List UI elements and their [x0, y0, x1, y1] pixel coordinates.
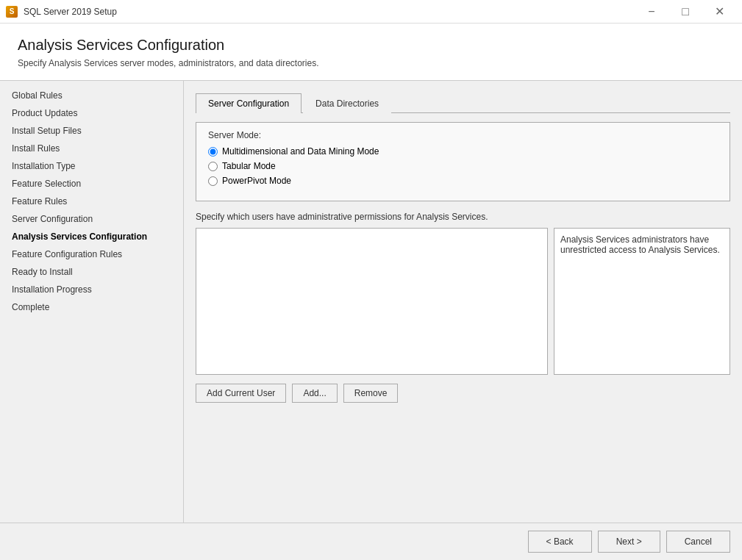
tab-bar: Server ConfigurationData Directories: [196, 93, 730, 113]
app-icon: S: [6, 6, 18, 18]
title-bar-controls: − □ ✕: [635, 0, 736, 24]
radio-tabular-label: Tabular Mode: [222, 161, 276, 171]
minimize-button[interactable]: −: [635, 0, 668, 24]
sidebar-item-ready-to-install[interactable]: Ready to Install: [0, 263, 183, 281]
main-content: Server ConfigurationData Directories Ser…: [184, 81, 742, 523]
admin-buttons: Add Current User Add... Remove: [196, 384, 730, 403]
sidebar-item-feature-selection[interactable]: Feature Selection: [0, 175, 183, 193]
admin-info-box: Analysis Services administrators have un…: [554, 228, 730, 375]
title-bar: S SQL Server 2019 Setup − □ ✕: [0, 0, 742, 24]
content-area: Global RulesProduct UpdatesInstall Setup…: [0, 81, 742, 523]
sidebar-item-server-configuration[interactable]: Server Configuration: [0, 210, 183, 228]
server-mode-legend: Server Mode:: [208, 130, 718, 140]
back-button[interactable]: < Back: [528, 531, 592, 553]
tab-server-configuration[interactable]: Server Configuration: [196, 93, 302, 113]
radio-powerpivot-input[interactable]: [208, 176, 218, 186]
main-window: Analysis Services Configuration Specify …: [0, 24, 742, 560]
footer-area: < Back Next > Cancel: [0, 523, 742, 560]
page-title: Analysis Services Configuration: [18, 37, 724, 54]
sidebar: Global RulesProduct UpdatesInstall Setup…: [0, 81, 184, 523]
radio-tabular-input[interactable]: [208, 162, 218, 171]
page-subtitle: Specify Analysis Services server modes, …: [18, 58, 724, 68]
admin-list-box[interactable]: [196, 228, 548, 375]
next-button[interactable]: Next >: [598, 531, 660, 553]
radio-multidimensional[interactable]: Multidimensional and Data Mining Mode: [208, 146, 718, 157]
radio-powerpivot-label: PowerPivot Mode: [222, 176, 291, 186]
tab-data-directories[interactable]: Data Directories: [303, 93, 391, 113]
cancel-button[interactable]: Cancel: [666, 531, 730, 553]
radio-multidimensional-label: Multidimensional and Data Mining Mode: [222, 146, 379, 157]
sidebar-item-product-updates[interactable]: Product Updates: [0, 104, 183, 122]
title-bar-text: SQL Server 2019 Setup: [24, 7, 629, 17]
admin-boxes: Analysis Services administrators have un…: [196, 228, 730, 375]
close-button[interactable]: ✕: [702, 0, 736, 24]
sidebar-item-global-rules[interactable]: Global Rules: [0, 87, 183, 104]
radio-multidimensional-input[interactable]: [208, 147, 218, 157]
radio-powerpivot[interactable]: PowerPivot Mode: [208, 176, 718, 186]
radio-tabular[interactable]: Tabular Mode: [208, 161, 718, 171]
admin-section-label: Specify which users have administrative …: [196, 212, 730, 222]
sidebar-item-analysis-services-configuration[interactable]: Analysis Services Configuration: [0, 228, 183, 245]
remove-button[interactable]: Remove: [343, 384, 399, 403]
maximize-button[interactable]: □: [668, 0, 702, 24]
header-area: Analysis Services Configuration Specify …: [0, 24, 742, 81]
sidebar-item-install-setup-files[interactable]: Install Setup Files: [0, 122, 183, 140]
sidebar-item-installation-type[interactable]: Installation Type: [0, 157, 183, 175]
sidebar-item-installation-progress[interactable]: Installation Progress: [0, 281, 183, 298]
sidebar-item-feature-configuration-rules[interactable]: Feature Configuration Rules: [0, 245, 183, 263]
sidebar-item-install-rules[interactable]: Install Rules: [0, 140, 183, 157]
add-current-user-button[interactable]: Add Current User: [196, 384, 286, 403]
add-button[interactable]: Add...: [292, 384, 337, 403]
sidebar-item-complete[interactable]: Complete: [0, 298, 183, 316]
sidebar-item-feature-rules[interactable]: Feature Rules: [0, 193, 183, 210]
server-mode-group: Server Mode: Multidimensional and Data M…: [196, 122, 730, 201]
